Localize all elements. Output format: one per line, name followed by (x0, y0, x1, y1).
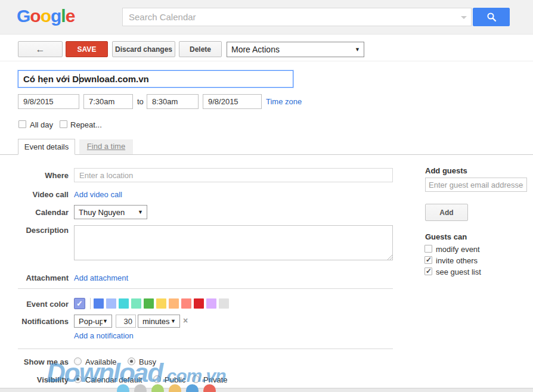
text-cursor (79, 74, 80, 84)
description-label: Description (0, 226, 69, 235)
discard-changes-button[interactable]: Discard changes (112, 41, 175, 57)
to-label: to (137, 97, 144, 106)
back-arrow-icon: ← (36, 44, 45, 54)
all-day-label: All day (30, 120, 53, 129)
private-radio[interactable] (192, 375, 200, 383)
watermark-dot (169, 384, 181, 392)
available-label: Available (85, 357, 117, 366)
color-swatch[interactable] (169, 298, 179, 309)
public-label: Public (165, 375, 185, 384)
section-divider (18, 288, 393, 289)
add-video-call-link[interactable]: Add video call (74, 190, 122, 199)
add-attachment-link[interactable]: Add attachment (74, 273, 128, 282)
chevron-down-icon: ▼ (103, 318, 111, 324)
footer-strip (0, 388, 533, 392)
invite-others-label: invite others (436, 256, 478, 265)
watermark-dot (117, 384, 129, 392)
event-color-label: Event color (0, 300, 69, 309)
color-swatch[interactable] (144, 298, 154, 309)
tab-event-details[interactable]: Event details (18, 139, 75, 155)
search-button[interactable] (473, 8, 510, 26)
calendar-selected-value: Thuy Nguyen (75, 208, 138, 217)
available-radio[interactable] (74, 357, 82, 365)
add-guests-heading: Add guests (425, 166, 467, 175)
color-swatch[interactable] (181, 298, 191, 309)
notification-unit-value: minutes (138, 317, 171, 326)
tab-find-a-time[interactable]: Find a time (79, 139, 133, 154)
all-day-checkbox[interactable] (18, 120, 26, 128)
guests-can-heading: Guests can (425, 232, 467, 241)
google-logo[interactable]: Google (17, 6, 75, 26)
end-date-input[interactable] (203, 94, 262, 109)
see-guest-list-label: see guest list (436, 267, 481, 276)
more-actions-label: More Actions (227, 45, 355, 54)
logo-letter: o (41, 6, 51, 26)
color-swatch[interactable] (156, 298, 166, 309)
public-radio[interactable] (153, 375, 161, 383)
save-button[interactable]: SAVE (66, 41, 108, 57)
notifications-label: Notifications (0, 317, 69, 326)
color-swatch[interactable] (119, 298, 129, 309)
section-divider (18, 349, 393, 349)
calendar-label: Calendar (0, 208, 69, 217)
logo-letter: G (17, 6, 30, 26)
calendar-default-label: Calendar default (85, 375, 142, 384)
busy-label: Busy (139, 357, 156, 366)
notification-value-input[interactable] (116, 315, 136, 328)
watermark-dot (134, 384, 147, 392)
modify-event-checkbox[interactable] (424, 245, 432, 253)
chevron-down-icon: ▼ (355, 46, 364, 52)
swatch-separator (90, 298, 91, 309)
color-swatch[interactable] (131, 298, 141, 309)
description-textarea[interactable] (74, 225, 393, 260)
event-title-input[interactable] (18, 70, 293, 88)
repeat-label: Repeat... (70, 120, 102, 129)
add-notification-link[interactable]: Add a notification (74, 331, 134, 340)
video-call-label: Video call (0, 190, 69, 199)
see-guest-list-checkbox[interactable] (424, 267, 432, 275)
where-label: Where (0, 171, 69, 180)
search-input[interactable] (122, 8, 472, 26)
watermark-dot (186, 384, 199, 392)
show-me-as-label: Show me as (0, 357, 69, 366)
more-actions-select[interactable]: More Actions ▼ (227, 42, 364, 57)
busy-radio[interactable] (128, 357, 135, 365)
notification-unit-select[interactable]: minutes ▼ (138, 315, 180, 328)
timezone-link[interactable]: Time zone (266, 97, 302, 106)
end-time-input[interactable] (147, 94, 199, 109)
calendar-select[interactable]: Thuy Nguyen ▼ (74, 205, 147, 219)
back-button[interactable]: ← (18, 41, 63, 57)
invite-others-checkbox[interactable] (424, 256, 432, 264)
delete-button[interactable]: Delete (179, 41, 222, 57)
repeat-checkbox[interactable] (60, 120, 67, 128)
color-swatch-selected[interactable] (74, 298, 85, 309)
search-icon (486, 12, 497, 22)
where-input[interactable] (74, 168, 393, 182)
logo-letter: o (30, 6, 40, 26)
app-header: Google (0, 0, 533, 35)
calendar-default-radio[interactable] (74, 375, 82, 383)
search-dropdown-caret-icon[interactable] (461, 16, 467, 19)
toolbar-divider (0, 61, 533, 61)
remove-notification-icon[interactable]: × (183, 316, 188, 325)
watermark-dot (203, 384, 216, 392)
modify-event-label: modify event (436, 245, 480, 254)
start-time-input[interactable] (83, 94, 133, 109)
start-date-input[interactable] (18, 94, 79, 109)
color-swatch[interactable] (194, 298, 204, 309)
guest-email-input[interactable] (425, 178, 527, 192)
visibility-label: Visibility (0, 375, 69, 384)
add-guest-button[interactable]: Add (425, 204, 468, 221)
notification-method-select[interactable]: Pop-up ▼ (74, 315, 112, 328)
private-label: Private (203, 375, 227, 384)
logo-letter: l (61, 6, 65, 26)
color-swatch[interactable] (106, 298, 116, 309)
chevron-down-icon: ▼ (138, 209, 147, 215)
logo-letter: e (66, 6, 75, 26)
color-swatch[interactable] (206, 298, 216, 309)
chevron-down-icon: ▼ (171, 318, 179, 324)
color-swatch[interactable] (219, 298, 229, 309)
color-swatch[interactable] (94, 298, 104, 309)
watermark-dot (151, 384, 164, 392)
attachment-label: Attachment (0, 273, 69, 282)
